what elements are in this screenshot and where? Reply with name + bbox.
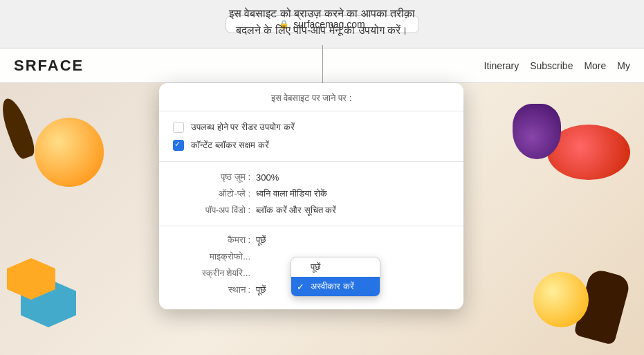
popup-windows-label: पॉप-अप विंडो : <box>173 205 256 216</box>
lock-icon: 🔒 <box>279 19 289 29</box>
dropdown-item-ask-label: पूछें <box>311 262 320 272</box>
browser-toolbar: 🔒 surfacemag.com <box>0 0 644 48</box>
dropdown-item-deny-label: अस्वीकार करें <box>311 281 354 291</box>
page-zoom-value: 300% <box>256 172 279 183</box>
orange-2 <box>533 272 589 327</box>
microphone-label: माइक्रोफो... <box>173 251 256 262</box>
content-blocker-checkbox[interactable] <box>173 140 184 151</box>
orange-fruit <box>35 118 104 187</box>
nav-links: Itinerary Subscribe More My <box>484 60 630 71</box>
reader-checkbox[interactable] <box>173 122 184 133</box>
autoplay-label: ऑटो-प्ले : <box>173 188 256 199</box>
dropdown-item-ask[interactable]: पूछें <box>291 257 380 277</box>
nav-link-itinerary[interactable]: Itinerary <box>484 60 519 71</box>
camera-label: कैमरा : <box>173 235 256 246</box>
nav-link-more[interactable]: More <box>584 60 606 71</box>
autoplay-value: ध्वनि वाला मीडिया रोकें <box>256 188 327 199</box>
microphone-row: माइक्रोफो... पूछें ✓ अस्वीकार करें <box>173 248 450 265</box>
address-bar[interactable]: 🔒 surfacemag.com <box>226 15 419 33</box>
site-name: SRFACE <box>14 57 470 75</box>
url-text: surfacemag.com <box>293 19 365 30</box>
screen-share-label: स्क्रीन शेयरि... <box>173 268 256 279</box>
connector-line <box>322 45 323 83</box>
content-blocker-row: कॉन्टेंट ब्लॉकर सक्षम करें <box>173 136 450 154</box>
popup-header: इस वेबसाइट पर जाने पर : <box>159 83 463 111</box>
check-mark-icon: ✓ <box>297 282 304 292</box>
popup-windows-value: ब्लॉक करें और सूचित करें <box>256 205 336 216</box>
reader-row: उपलब्ध होने पर रीडर उपयोग करें <box>173 118 450 136</box>
microphone-dropdown[interactable]: पूछें ✓ अस्वीकार करें <box>291 257 380 297</box>
autoplay-row: ऑटो-प्ले : ध्वनि वाला मीडिया रोकें <box>173 185 450 202</box>
site-name-rest: RFACE <box>26 57 84 74</box>
popup-header-text: इस वेबसाइट पर जाने पर : <box>271 93 352 103</box>
popup-windows-row: पॉप-अप विंडो : ब्लॉक करें और सूचित करें <box>173 202 450 219</box>
info-section: पृष्ठ ज़ूम : 300% ऑटो-प्ले : ध्वनि वाला … <box>159 162 463 226</box>
page-zoom-row: पृष्ठ ज़ूम : 300% <box>173 169 450 185</box>
location-value: पूछें <box>256 284 266 295</box>
content-blocker-label: कॉन्टेंट ब्लॉकर सक्षम करें <box>191 140 269 151</box>
page-zoom-label: पृष्ठ ज़ूम : <box>173 172 256 183</box>
camera-value: पूछें <box>256 235 266 246</box>
site-name-text: S <box>14 57 26 74</box>
camera-row: कैमरा : पूछें <box>173 232 450 248</box>
location-label: स्थान : <box>173 284 256 295</box>
reader-label: उपलब्ध होने पर रीडर उपयोग करें <box>191 122 295 133</box>
checkboxes-section: उपलब्ध होने पर रीडर उपयोग करें कॉन्टेंट … <box>159 111 463 162</box>
nav-link-my[interactable]: My <box>617 60 630 71</box>
permissions-section: कैमरा : पूछें माइक्रोफो... पूछें ✓ अस्वी… <box>159 226 463 304</box>
dropdown-item-deny[interactable]: ✓ अस्वीकार करें <box>291 277 380 296</box>
nav-link-subscribe[interactable]: Subscribe <box>530 60 573 71</box>
website-settings-popup: इस वेबसाइट पर जाने पर : उपलब्ध होने पर र… <box>159 83 463 309</box>
fig-fruit <box>513 104 561 159</box>
